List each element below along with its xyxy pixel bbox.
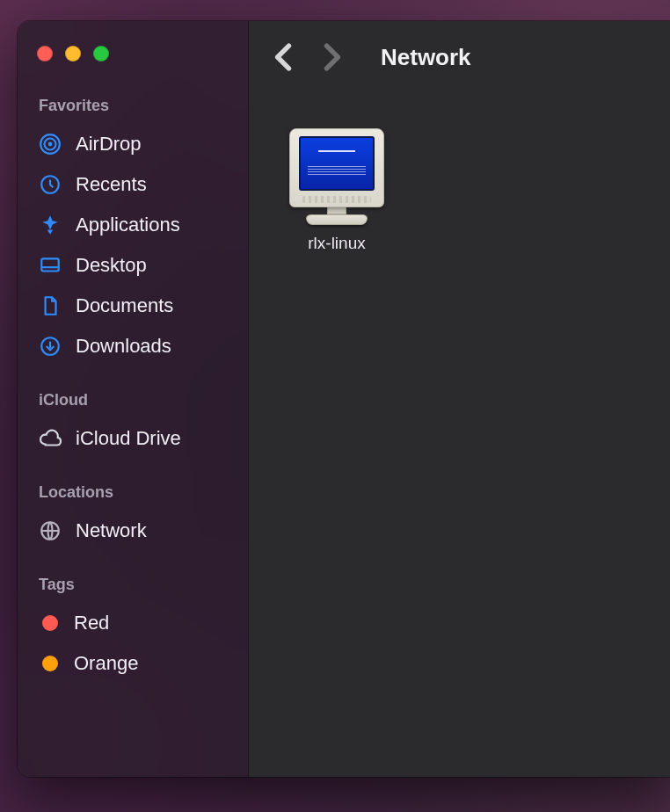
sidebar-item-recents[interactable]: Recents (18, 164, 248, 205)
favorites-header: Favorites (18, 97, 248, 115)
sidebar-item-label: Downloads (76, 335, 171, 358)
document-icon (39, 294, 62, 317)
sidebar-tag-orange[interactable]: Orange (18, 643, 248, 684)
sidebar-item-label: Recents (76, 173, 147, 196)
sidebar-item-label: iCloud Drive (76, 427, 181, 450)
svg-rect-4 (41, 258, 59, 271)
sidebar-item-label: Applications (76, 214, 180, 236)
desktop-icon (39, 254, 62, 277)
file-label: rlx-linux (308, 234, 365, 253)
locations-header: Locations (18, 483, 248, 502)
airdrop-icon (39, 133, 62, 156)
window-controls (18, 46, 248, 62)
file-grid[interactable]: rlx-linux (249, 93, 670, 777)
download-icon (39, 335, 62, 358)
sidebar-tag-red[interactable]: Red (18, 603, 248, 643)
content-area: Network rlx-linux (248, 21, 670, 777)
network-computer-item[interactable]: rlx-linux (275, 128, 398, 253)
sidebar-item-label: Network (76, 519, 147, 542)
sidebar-item-network[interactable]: Network (18, 511, 248, 551)
back-button[interactable] (265, 38, 303, 76)
sidebar-item-icloud-drive[interactable]: iCloud Drive (18, 418, 248, 459)
finder-window: Favorites AirDrop Recents (18, 21, 670, 777)
computer-icon (289, 128, 384, 225)
cloud-icon (39, 427, 62, 450)
icloud-header: iCloud (18, 391, 248, 410)
sidebar-item-label: Desktop (76, 254, 147, 277)
location-title: Network (381, 44, 471, 71)
clock-icon (39, 173, 62, 196)
tags-header: Tags (18, 576, 248, 594)
apps-icon (39, 214, 62, 236)
forward-button[interactable] (312, 38, 351, 76)
toolbar: Network (249, 21, 670, 93)
sidebar-item-label: Orange (74, 652, 138, 675)
minimize-window-button[interactable] (65, 46, 81, 62)
globe-icon (39, 519, 62, 542)
sidebar-item-label: AirDrop (76, 133, 142, 156)
sidebar-item-airdrop[interactable]: AirDrop (18, 124, 248, 164)
sidebar-item-label: Documents (76, 294, 173, 317)
sidebar-item-label: Red (74, 612, 109, 634)
tag-color-dot (42, 656, 58, 671)
sidebar-item-documents[interactable]: Documents (18, 286, 248, 326)
zoom-window-button[interactable] (93, 46, 109, 62)
sidebar-item-applications[interactable]: Applications (18, 205, 248, 245)
sidebar-item-downloads[interactable]: Downloads (18, 326, 248, 366)
svg-point-0 (48, 142, 53, 147)
sidebar: Favorites AirDrop Recents (18, 21, 248, 777)
close-window-button[interactable] (37, 46, 53, 62)
tag-color-dot (42, 615, 58, 631)
sidebar-item-desktop[interactable]: Desktop (18, 245, 248, 286)
